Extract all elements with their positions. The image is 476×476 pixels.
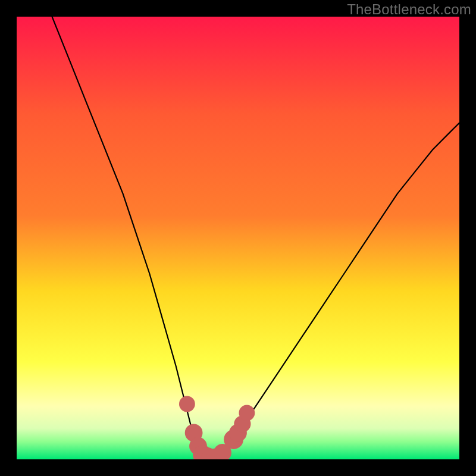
chart-svg <box>17 17 459 459</box>
gradient-background <box>17 17 459 459</box>
curve-marker <box>239 405 255 421</box>
chart-frame: TheBottleneck.com <box>0 0 476 476</box>
plot-area <box>17 17 459 459</box>
curve-marker <box>179 396 195 412</box>
watermark-text: TheBottleneck.com <box>347 1 471 18</box>
